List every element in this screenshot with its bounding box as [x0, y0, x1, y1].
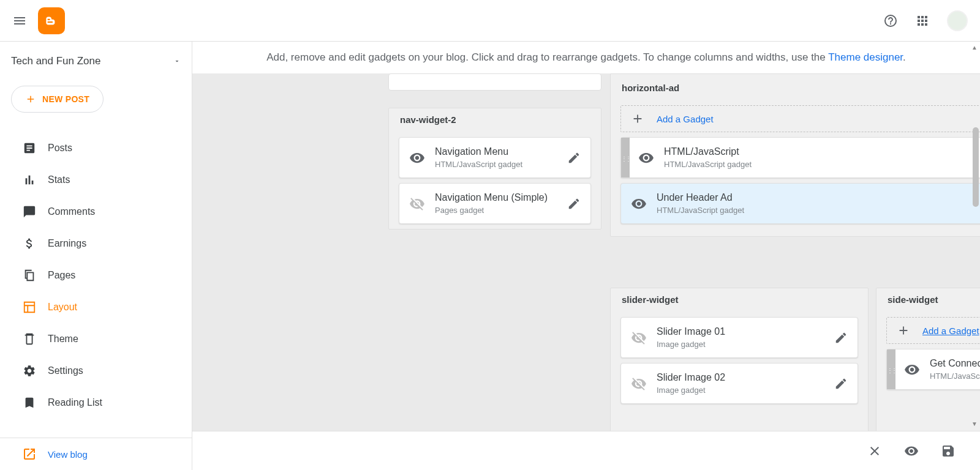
nav-label: Reading List [48, 397, 102, 408]
gadget-navigation-menu-simple[interactable]: Navigation Menu (Simple) Pages gadget [399, 183, 591, 224]
visible-icon [904, 362, 920, 378]
hidden-icon [631, 330, 647, 346]
nav-list: Posts Stats Comments Earnings Pages Layo… [0, 132, 192, 419]
comments-icon [22, 204, 37, 219]
nav-label: Posts [48, 143, 72, 154]
new-post-button[interactable]: NEW POST [11, 86, 104, 113]
edit-icon[interactable] [834, 377, 848, 390]
section-title: slider-widget [611, 288, 868, 312]
blog-name: Tech and Fun Zone [11, 55, 173, 67]
chevron-down-icon [173, 58, 181, 65]
section-side-widget: side-widget Add a Gadget Get Connected H… [876, 288, 980, 447]
sidebar: Tech and Fun Zone NEW POST Posts Stats C… [0, 42, 192, 470]
edit-icon[interactable] [567, 151, 581, 165]
nav-label: Layout [48, 302, 77, 313]
gadget-subtitle: Image gadget [657, 386, 834, 395]
nav-theme[interactable]: Theme [0, 323, 192, 355]
nav-label: Comments [48, 206, 95, 217]
nav-posts[interactable]: Posts [0, 132, 192, 164]
main-content: Add, remove and edit gadgets on your blo… [192, 42, 980, 470]
view-blog-label: View blog [48, 449, 88, 460]
gadget-title: Navigation Menu (Simple) [435, 192, 567, 203]
add-gadget-label: Add a Gadget [657, 114, 714, 124]
user-avatar[interactable] [947, 10, 968, 31]
theme-icon [22, 332, 37, 346]
new-post-label: NEW POST [42, 94, 89, 104]
earnings-icon [22, 236, 37, 251]
plus-icon [631, 112, 644, 125]
gadget-title: Get Connected [930, 358, 980, 369]
stats-icon [22, 173, 37, 187]
apps-icon[interactable] [915, 13, 930, 28]
collapsed-section[interactable] [388, 73, 601, 91]
edit-icon[interactable] [567, 197, 581, 211]
open-external-icon [22, 447, 37, 461]
section-horizontal-ad: horizontal-ad Add a Gadget HTML/JavaScri… [610, 73, 980, 237]
theme-designer-link[interactable]: Theme designer [828, 51, 903, 63]
add-gadget-label: Add a Gadget [922, 326, 979, 336]
plus-icon [897, 324, 910, 337]
view-blog-link[interactable]: View blog [0, 438, 192, 470]
nav-label: Pages [48, 270, 75, 281]
gadget-slider-image-01[interactable]: Slider Image 01 Image gadget [620, 317, 858, 358]
visible-icon [631, 196, 647, 212]
visible-icon [638, 150, 654, 166]
section-title: horizontal-ad [611, 76, 980, 100]
add-gadget-button[interactable]: Add a Gadget [886, 317, 980, 344]
posts-icon [22, 141, 37, 155]
gadget-subtitle: HTML/JavaScript gadget [657, 206, 980, 215]
section-slider-widget: slider-widget Slider Image 01 Image gadg… [610, 288, 869, 447]
add-gadget-button[interactable]: Add a Gadget [620, 105, 980, 132]
plus-icon [25, 94, 36, 105]
save-icon[interactable] [941, 444, 956, 458]
nav-layout[interactable]: Layout [0, 291, 192, 323]
gadget-title: Slider Image 02 [657, 372, 834, 383]
bookmark-icon [22, 395, 37, 410]
gadget-subtitle: HTML/JavaScript gadget [930, 371, 980, 381]
help-icon[interactable] [883, 13, 898, 28]
section-title: nav-widget-2 [389, 108, 601, 132]
layout-icon [22, 300, 37, 315]
gadget-subtitle: Image gadget [657, 340, 834, 349]
app-header [0, 0, 980, 42]
nav-label: Theme [48, 334, 78, 345]
gadget-under-header-ad[interactable]: Under Header Ad HTML/JavaScript gadget [620, 183, 980, 224]
drag-handle[interactable] [621, 138, 630, 177]
nav-comments[interactable]: Comments [0, 196, 192, 228]
menu-icon[interactable] [12, 13, 27, 28]
edit-icon[interactable] [834, 331, 848, 345]
gadget-subtitle: Pages gadget [435, 206, 567, 215]
preview-icon[interactable] [904, 444, 919, 458]
nav-earnings[interactable]: Earnings [0, 228, 192, 259]
helper-text: Add, remove and edit gadgets on your blo… [192, 42, 980, 73]
bottom-action-bar [192, 431, 980, 470]
section-nav-widget-2: nav-widget-2 Navigation Menu HTML/JavaSc… [388, 108, 601, 229]
drag-handle[interactable] [887, 349, 895, 389]
gadget-get-connected[interactable]: Get Connected HTML/JavaScript gadget [886, 349, 980, 390]
close-icon[interactable] [867, 444, 882, 458]
nav-settings[interactable]: Settings [0, 355, 192, 387]
gadget-title: Navigation Menu [435, 146, 567, 157]
nav-label: Earnings [48, 238, 86, 249]
nav-stats[interactable]: Stats [0, 164, 192, 196]
gadget-title: HTML/JavaScript [664, 146, 980, 157]
settings-icon [22, 364, 37, 378]
gadget-subtitle: HTML/JavaScript gadget [435, 160, 567, 169]
gadget-title: Slider Image 01 [657, 326, 834, 337]
hidden-icon [631, 376, 647, 392]
blog-selector[interactable]: Tech and Fun Zone [0, 55, 192, 81]
nav-label: Stats [48, 174, 70, 185]
nav-pages[interactable]: Pages [0, 259, 192, 291]
pages-icon [22, 268, 37, 283]
visible-icon [409, 150, 425, 166]
gadget-slider-image-02[interactable]: Slider Image 02 Image gadget [620, 363, 858, 404]
gadget-html-javascript[interactable]: HTML/JavaScript HTML/JavaScript gadget [620, 137, 980, 178]
nav-reading-list[interactable]: Reading List [0, 387, 192, 419]
scroll-down-arrow[interactable]: ▼ [971, 420, 978, 427]
scrollbar-thumb[interactable] [973, 127, 979, 207]
scroll-up-arrow[interactable]: ▲ [971, 44, 978, 51]
section-title: side-widget [876, 288, 980, 312]
blogger-logo[interactable] [38, 7, 65, 34]
layout-editor: nav-widget-2 Navigation Menu HTML/JavaSc… [192, 73, 980, 416]
gadget-navigation-menu[interactable]: Navigation Menu HTML/JavaScript gadget [399, 137, 591, 178]
